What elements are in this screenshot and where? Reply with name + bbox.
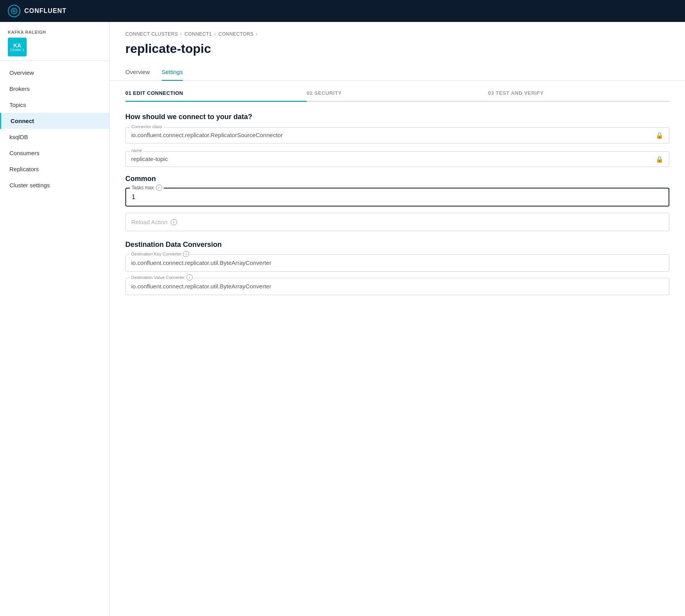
breadcrumb-part-1[interactable]: CONNECT CLUSTERS bbox=[125, 31, 178, 37]
sidebar-item-cluster-settings[interactable]: Cluster settings bbox=[0, 177, 109, 193]
breadcrumb-sep-1: › bbox=[180, 31, 182, 37]
tab-settings[interactable]: Settings bbox=[162, 64, 183, 81]
page-title: replicate-topic bbox=[110, 40, 685, 64]
breadcrumb-sep-3: › bbox=[256, 31, 258, 37]
sidebar-nav: Overview Brokers Topics Connect ksqlDB C… bbox=[0, 61, 109, 197]
sidebar-item-topics[interactable]: Topics bbox=[0, 97, 109, 113]
tasks-max-field[interactable]: Tasks max i 1 bbox=[125, 188, 669, 207]
reload-action-info-icon: i bbox=[171, 219, 177, 225]
connector-class-field-group: Connector class io.confluent.connect.rep… bbox=[125, 127, 669, 143]
sidebar: KAFKA RALEIGH KA Cluster 1 Overview Brok… bbox=[0, 22, 110, 616]
dest-value-converter-field[interactable]: Destination Value Converter i io.conflue… bbox=[125, 278, 669, 295]
top-nav: CONFLUENT bbox=[0, 0, 685, 22]
sidebar-item-replicators[interactable]: Replicators bbox=[0, 161, 109, 177]
breadcrumb-part-2[interactable]: CONNECT1 bbox=[184, 31, 212, 37]
tasks-max-value: 1 bbox=[132, 193, 135, 201]
connector-class-label: Connector class bbox=[130, 124, 164, 129]
form-content: How should we connect to your data? Conn… bbox=[110, 113, 685, 295]
dest-key-converter-value: io.confluent.connect.replicator.util.Byt… bbox=[131, 259, 271, 266]
layout: KAFKA RALEIGH KA Cluster 1 Overview Brok… bbox=[0, 22, 685, 616]
sidebar-item-consumers[interactable]: Consumers bbox=[0, 145, 109, 161]
dest-value-converter-info-icon: i bbox=[186, 274, 193, 281]
logo-area: CONFLUENT bbox=[8, 5, 67, 17]
breadcrumb: CONNECT CLUSTERS › CONNECT1 › CONNECTORS… bbox=[110, 22, 685, 40]
name-wrapper: name replicate-topic 🔒 bbox=[125, 151, 669, 167]
tasks-max-info-icon: i bbox=[156, 185, 162, 191]
dest-key-converter-info-icon: i bbox=[183, 251, 189, 257]
cluster-badge-row: KA Cluster 1 bbox=[8, 38, 101, 56]
step-underline-2 bbox=[307, 101, 488, 102]
dest-value-converter-label: Destination Value Converter i bbox=[130, 274, 194, 281]
dest-key-converter-label: Destination Key Converter i bbox=[130, 251, 191, 257]
step-underline-row bbox=[110, 101, 685, 102]
sidebar-item-connect[interactable]: Connect bbox=[0, 113, 109, 129]
name-lock-icon: 🔒 bbox=[656, 155, 663, 163]
dest-key-converter-field[interactable]: Destination Key Converter i io.confluent… bbox=[125, 254, 669, 272]
cluster-badge: KA Cluster 1 bbox=[8, 38, 27, 56]
tabs-row: Overview Settings bbox=[110, 64, 685, 81]
breadcrumb-sep-2: › bbox=[214, 31, 216, 37]
step-underline-3 bbox=[488, 101, 669, 102]
cluster-label: KAFKA RALEIGH bbox=[8, 30, 101, 34]
steps-row: 01 EDIT CONNECTION 02 SECURITY 03 TEST A… bbox=[110, 81, 685, 101]
connection-section-title: How should we connect to your data? bbox=[125, 113, 669, 121]
confluent-logo-icon bbox=[8, 5, 20, 17]
connector-class-value: io.confluent.connect.replicator.Replicat… bbox=[131, 132, 283, 138]
reload-action-field[interactable]: Reload Action i bbox=[125, 213, 669, 231]
name-label: name bbox=[130, 148, 144, 153]
step-security[interactable]: 02 SECURITY bbox=[307, 90, 488, 101]
logo-text: CONFLUENT bbox=[24, 7, 67, 14]
step-edit-connection[interactable]: 01 EDIT CONNECTION bbox=[125, 90, 307, 101]
dest-section-title: Destination Data Conversion bbox=[125, 241, 669, 249]
tab-overview[interactable]: Overview bbox=[125, 64, 150, 81]
sidebar-item-brokers[interactable]: Brokers bbox=[0, 81, 109, 97]
sidebar-item-overview[interactable]: Overview bbox=[0, 65, 109, 81]
reload-action-label: Reload Action bbox=[131, 219, 168, 225]
cluster-header: KAFKA RALEIGH KA Cluster 1 bbox=[0, 22, 109, 61]
breadcrumb-part-3[interactable]: CONNECTORS bbox=[218, 31, 253, 37]
step-test-verify[interactable]: 03 TEST AND VERIFY bbox=[488, 90, 669, 101]
name-field-group: name replicate-topic 🔒 bbox=[125, 151, 669, 167]
sidebar-item-ksqldb[interactable]: ksqlDB bbox=[0, 129, 109, 145]
connector-class-wrapper: Connector class io.confluent.connect.rep… bbox=[125, 127, 669, 143]
main-content: CONNECT CLUSTERS › CONNECT1 › CONNECTORS… bbox=[110, 22, 685, 616]
step-underline-1 bbox=[125, 101, 307, 102]
connector-class-lock-icon: 🔒 bbox=[656, 132, 663, 139]
tasks-max-label: Tasks max i bbox=[130, 185, 164, 191]
dest-value-converter-value: io.confluent.connect.replicator.util.Byt… bbox=[131, 283, 271, 290]
common-section-title: Common bbox=[125, 175, 669, 183]
name-value: replicate-topic bbox=[131, 156, 168, 162]
